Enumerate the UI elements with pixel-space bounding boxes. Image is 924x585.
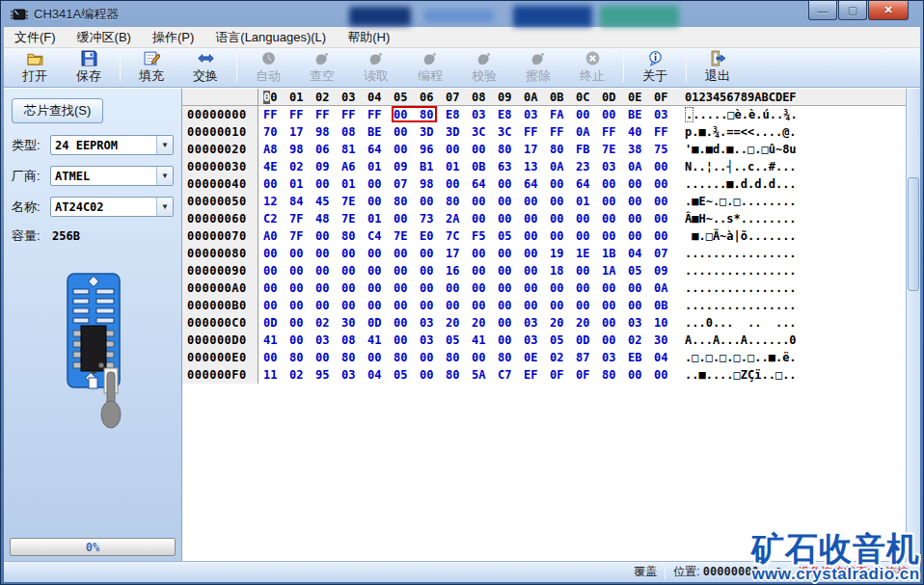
hex-byte[interactable]: BE [628, 106, 654, 123]
hex-byte[interactable]: 00 [654, 175, 680, 193]
hex-byte[interactable]: 03 [524, 332, 550, 349]
hex-byte[interactable]: 00 [654, 158, 680, 175]
hex-byte[interactable]: 00 [315, 262, 341, 279]
scrollbar-thumb[interactable] [908, 177, 919, 291]
hex-byte[interactable]: 00 [289, 332, 315, 349]
hex-byte[interactable]: 80 [394, 349, 420, 366]
hex-byte[interactable]: 00 [628, 210, 654, 227]
hex-byte[interactable]: 64 [367, 141, 394, 158]
hex-byte[interactable]: 00 [602, 297, 628, 314]
hex-byte[interactable]: 00 [446, 141, 472, 158]
hex-byte[interactable]: EF [524, 366, 550, 384]
hex-byte[interactable]: 01 [446, 158, 472, 175]
menu-item[interactable]: 语言(Languages)(L) [204, 27, 337, 48]
hex-byte[interactable]: 00 [576, 297, 602, 314]
ascii-cell[interactable]: Â■H~..s*........ [683, 210, 797, 227]
hex-byte[interactable]: 00 [394, 123, 420, 141]
hex-byte[interactable]: 00 [315, 245, 341, 262]
hex-byte[interactable]: 00 [394, 106, 420, 123]
hex-byte[interactable]: 30 [654, 332, 680, 349]
hex-byte[interactable]: 09 [654, 262, 680, 279]
hex-byte[interactable]: 00 [550, 175, 576, 193]
hex-byte[interactable]: 13 [524, 158, 550, 175]
hex-byte[interactable]: 00 [420, 193, 446, 210]
hex-byte[interactable]: 00 [263, 279, 289, 297]
hex-byte[interactable]: 03 [524, 106, 550, 123]
hex-byte[interactable]: 02 [315, 314, 341, 332]
hex-byte[interactable]: 00 [576, 279, 602, 297]
about-button[interactable]: 关于 [628, 49, 682, 86]
ascii-cell[interactable]: .□.□.□.□.□..■.ë. [683, 349, 797, 366]
hex-byte[interactable]: 40 [628, 123, 654, 141]
chevron-down-icon[interactable]: ▼ [156, 198, 173, 216]
hex-byte[interactable]: 95 [315, 366, 341, 384]
hex-byte[interactable]: 00 [550, 297, 576, 314]
hex-byte[interactable]: 0D [263, 314, 289, 332]
hex-byte[interactable]: 04 [628, 245, 654, 262]
hex-byte[interactable]: 80 [498, 349, 524, 366]
vertical-scrollbar[interactable] [906, 89, 920, 561]
hex-byte[interactable]: 7E [602, 141, 628, 158]
hex-byte[interactable]: 00 [498, 279, 524, 297]
hex-byte[interactable]: 00 [576, 227, 602, 245]
hex-byte[interactable]: 0A [654, 279, 680, 297]
ascii-cell[interactable]: ■.□Ä~à|õ....... [683, 227, 797, 245]
hex-byte[interactable]: 00 [341, 245, 367, 262]
hex-byte[interactable]: 98 [315, 123, 341, 141]
hex-byte[interactable]: 75 [654, 141, 680, 158]
hex-byte[interactable]: 00 [367, 193, 394, 210]
hex-byte[interactable]: 17 [289, 123, 315, 141]
hex-byte[interactable]: 03 [472, 106, 498, 123]
menu-item[interactable]: 帮助(H) [337, 27, 400, 48]
hex-byte[interactable]: 00 [550, 210, 576, 227]
hex-byte[interactable]: 3D [420, 123, 446, 141]
hex-byte[interactable]: 00 [628, 175, 654, 193]
hex-byte[interactable]: FF [602, 123, 628, 141]
hex-byte[interactable]: 80 [498, 141, 524, 158]
hex-byte[interactable]: 00 [367, 245, 394, 262]
hex-byte[interactable]: 03 [654, 106, 680, 123]
hex-byte[interactable]: 00 [628, 297, 654, 314]
hex-byte[interactable]: 80 [550, 141, 576, 158]
hex-byte[interactable]: 05 [628, 262, 654, 279]
hex-byte[interactable]: 00 [472, 279, 498, 297]
hex-byte[interactable]: 03 [341, 366, 367, 384]
hex-grid[interactable]: 000102030405060708090A0B0C0D0E0F01234567… [182, 89, 906, 561]
hex-byte[interactable]: 80 [394, 193, 420, 210]
hex-byte[interactable]: 09 [394, 158, 420, 175]
hex-byte[interactable]: 00 [602, 106, 628, 123]
hex-byte[interactable]: 00 [654, 227, 680, 245]
hex-byte[interactable]: 1A [602, 262, 628, 279]
hex-byte[interactable]: 05 [446, 332, 472, 349]
ascii-cell[interactable]: ................ [683, 297, 797, 314]
hex-byte[interactable]: 00 [472, 141, 498, 158]
hex-byte[interactable]: 03 [628, 314, 654, 332]
hex-byte[interactable]: 05 [550, 332, 576, 349]
hex-byte[interactable]: A6 [341, 158, 367, 175]
hex-byte[interactable]: 00 [367, 175, 394, 193]
hex-byte[interactable]: E8 [446, 106, 472, 123]
hex-byte[interactable]: 00 [472, 245, 498, 262]
hex-byte[interactable]: 70 [263, 123, 289, 141]
hex-byte[interactable]: 03 [315, 332, 341, 349]
menu-item[interactable]: 文件(F) [4, 27, 67, 48]
hex-byte[interactable]: 30 [341, 314, 367, 332]
hex-byte[interactable]: 0A [550, 158, 576, 175]
hex-byte[interactable]: 00 [315, 279, 341, 297]
hex-byte[interactable]: FB [576, 141, 602, 158]
hex-byte[interactable]: 20 [472, 314, 498, 332]
hex-byte[interactable]: FF [654, 123, 680, 141]
hex-byte[interactable]: BE [367, 123, 394, 141]
ascii-cell[interactable]: ......■.d.d.d... [683, 175, 797, 193]
hex-byte[interactable]: 81 [341, 141, 367, 158]
hex-byte[interactable]: FF [367, 106, 394, 123]
hex-byte[interactable]: 7F [289, 210, 315, 227]
hex-byte[interactable]: 00 [498, 175, 524, 193]
hex-byte[interactable]: E8 [498, 106, 524, 123]
hex-byte[interactable]: A0 [263, 227, 289, 245]
hex-byte[interactable]: FF [263, 106, 289, 123]
hex-byte[interactable]: 00 [602, 227, 628, 245]
menu-item[interactable]: 操作(P) [142, 27, 204, 48]
hex-byte[interactable]: C4 [367, 227, 394, 245]
hex-byte[interactable]: 00 [341, 262, 367, 279]
